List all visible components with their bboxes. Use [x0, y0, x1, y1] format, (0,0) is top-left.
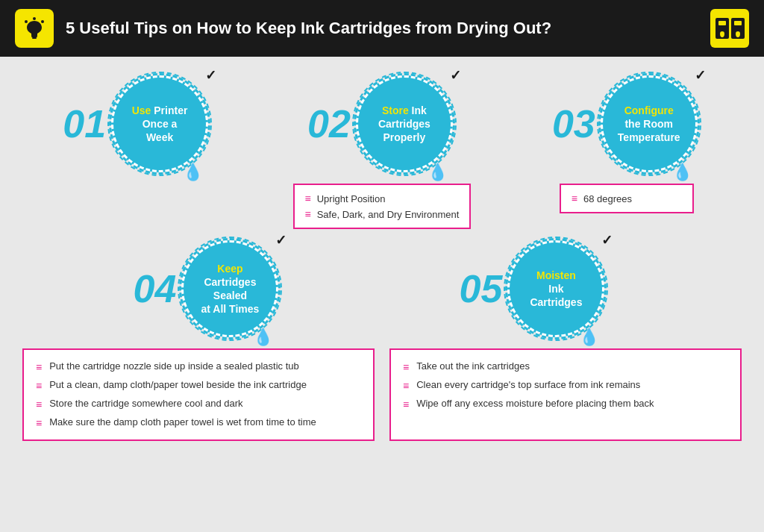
top-tips-row: 01 Use PrinterOnce aWeek ✓ 💧 02: [22, 72, 742, 229]
tip-5-drop: 💧: [579, 328, 599, 347]
tip-3-circle: Configurethe RoomTemperature: [601, 75, 698, 172]
tip-4-number: 04: [134, 269, 177, 308]
detail-box-left: ≡ Put the cartridge nozzle side up insid…: [22, 348, 375, 441]
tip-4-check: ✓: [275, 232, 286, 248]
svg-point-1: [41, 20, 44, 23]
svg-rect-3: [31, 36, 37, 37]
tip-2-number: 02: [307, 104, 351, 143]
tip-3-info-box: ≡ 68 degrees: [560, 184, 694, 213]
bar-icon: ≡: [305, 208, 311, 220]
bar-icon: ≡: [36, 417, 42, 429]
svg-point-0: [33, 17, 36, 20]
tip-1-text: Use PrinterOnce aWeek: [125, 96, 195, 152]
tip-1-circle-outer: Use PrinterOnce aWeek ✓ 💧: [107, 72, 212, 176]
tip-2-text: Store InkCartridgesProperly: [371, 96, 438, 152]
tip-5-block: 05 MoistenInkCartridges ✓ 💧: [460, 237, 609, 341]
tip-3-drop: 💧: [672, 163, 692, 182]
svg-point-2: [25, 20, 28, 23]
tip-3-number: 03: [552, 104, 595, 143]
bar-icon: ≡: [36, 361, 42, 373]
tip-2-drop: 💧: [428, 163, 448, 182]
detail-right-3: ≡ Wipe off any excess moisture before pl…: [403, 398, 728, 410]
tip-1-circle: Use PrinterOnce aWeek: [111, 75, 208, 172]
tip-3-info-1: ≡ 68 degrees: [572, 193, 682, 204]
tip-5-check: ✓: [601, 232, 613, 248]
bar-icon: ≡: [403, 361, 409, 373]
bar-icon: ≡: [403, 398, 409, 410]
bottom-tips-row: 04 KeepCartridgesSealedat All Times ✓ 💧 …: [22, 237, 742, 341]
tip-4-circle: KeepCartridgesSealedat All Times: [181, 240, 278, 337]
tip-4-circle-outer: KeepCartridgesSealedat All Times ✓ 💧: [178, 237, 282, 341]
page-title: 5 Useful Tips on How to Keep Ink Cartrid…: [66, 19, 698, 38]
svg-rect-4: [32, 37, 37, 39]
lightbulb-icon: [15, 9, 54, 48]
detail-section: ≡ Put the cartridge nozzle side up insid…: [22, 348, 742, 441]
bar-icon: ≡: [403, 380, 409, 392]
detail-left-3: ≡ Store the cartridge somewhere cool and…: [36, 398, 361, 410]
tip-3-block: 03 Configurethe RoomTemperature ✓ 💧 ≡ 68…: [552, 72, 701, 213]
bar-icon: ≡: [36, 380, 42, 392]
tip-2-check: ✓: [450, 67, 461, 84]
detail-left-2: ≡ Put a clean, damp cloth/paper towel be…: [36, 379, 361, 392]
tip-2-info-box: ≡ Upright Position ≡ Safe, Dark, and Dry…: [293, 184, 472, 229]
tip-4-drop: 💧: [253, 328, 273, 347]
main-content: 01 Use PrinterOnce aWeek ✓ 💧 02: [0, 57, 764, 456]
tip-5-number: 05: [460, 269, 503, 308]
tip-1-drop: 💧: [183, 163, 203, 182]
tip-3-circle-outer: Configurethe RoomTemperature ✓ 💧: [597, 72, 701, 176]
tip-2-circle-outer: Store InkCartridgesProperly ✓ 💧: [352, 72, 457, 176]
tip-5-text: MoistenInkCartridges: [522, 261, 589, 317]
bar-icon: ≡: [572, 193, 577, 204]
bar-icon: ≡: [305, 193, 311, 204]
tip-2-block: 02 Store InkCartridgesProperly ✓ 💧 ≡ Upr…: [293, 72, 472, 229]
tip-2-info-2: ≡ Safe, Dark, and Dry Environment: [305, 208, 460, 220]
detail-left-4: ≡ Make sure the damp cloth paper towel i…: [36, 416, 361, 429]
tip-2-info-1: ≡ Upright Position: [305, 193, 460, 204]
tip-4-text: KeepCartridgesSealedat All Times: [194, 254, 267, 324]
tip-2-circle: Store InkCartridgesProperly: [356, 75, 453, 172]
cartridge-icon: [710, 9, 749, 48]
header: 5 Useful Tips on How to Keep Ink Cartrid…: [0, 0, 764, 57]
tip-5-circle: MoistenInkCartridges: [507, 240, 604, 337]
detail-right-2: ≡ Clean every cartridge's top surface fr…: [403, 379, 728, 392]
detail-box-right: ≡ Take out the ink cartridges ≡ Clean ev…: [389, 348, 742, 441]
bar-icon: ≡: [36, 398, 42, 410]
tip-1-block: 01 Use PrinterOnce aWeek ✓ 💧: [63, 72, 212, 176]
detail-right-1: ≡ Take out the ink cartridges: [403, 360, 728, 373]
tip-4-block: 04 KeepCartridgesSealedat All Times ✓ 💧: [134, 237, 283, 341]
tip-3-text: Configurethe RoomTemperature: [610, 96, 688, 152]
tip-3-check: ✓: [695, 67, 706, 84]
tip-1-number: 01: [63, 104, 106, 143]
tip-5-circle-outer: MoistenInkCartridges ✓ 💧: [504, 237, 608, 341]
detail-left-1: ≡ Put the cartridge nozzle side up insid…: [36, 360, 361, 373]
tip-1-check: ✓: [205, 67, 216, 84]
